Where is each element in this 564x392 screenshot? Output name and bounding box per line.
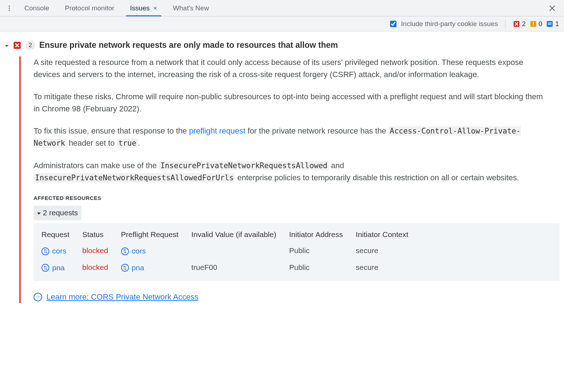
count-value: 1	[555, 20, 559, 28]
count-value: 2	[522, 20, 526, 28]
issue-title: Ensure private network requests are only…	[39, 40, 338, 50]
preflight-link[interactable]: ⇅pna	[121, 262, 144, 274]
tab-console[interactable]: Console	[16, 0, 57, 16]
network-icon: ⇅	[41, 264, 49, 272]
tab-issues[interactable]: Issues ×	[122, 0, 165, 16]
col-status: Status	[79, 227, 117, 243]
issue-paragraph: A site requested a resource from a netwo…	[34, 56, 544, 81]
network-icon: ⇅	[41, 247, 49, 255]
close-panel-button[interactable]	[544, 0, 560, 16]
status-cell: blocked	[82, 263, 108, 271]
tab-label: Protocol monitor	[65, 4, 114, 12]
requests-summary-toggle[interactable]: 2 requests	[34, 206, 81, 220]
severity-error-icon	[13, 41, 21, 50]
tab-whats-new[interactable]: What's New	[165, 0, 217, 16]
learn-more-link[interactable]: → Learn more: CORS Private Network Acces…	[34, 291, 198, 303]
request-link[interactable]: ⇅cors	[41, 245, 66, 257]
preflight-request-link[interactable]: preflight request	[189, 126, 245, 135]
table-row: ⇅cors blocked ⇅cors Public secure	[38, 242, 418, 259]
include-third-party-cookies-toggle[interactable]: Include third-party cookie issues	[389, 20, 498, 28]
code-policy-2: InsecurePrivateNetworkRequestsAllowedFor…	[34, 173, 235, 182]
invalid-cell	[188, 242, 286, 259]
svg-rect-8	[548, 22, 552, 23]
issue-paragraph: To mitigate these risks, Chrome will req…	[34, 91, 544, 115]
chevron-down-icon	[37, 212, 41, 215]
issue-count-badge: 2	[26, 41, 35, 50]
tab-label: What's New	[173, 4, 209, 12]
requests-summary-text: 2 requests	[43, 207, 78, 219]
chevron-down-icon[interactable]	[5, 45, 9, 47]
issue-paragraph: To fix this issue, ensure that response …	[34, 125, 544, 149]
status-cell: blocked	[82, 246, 108, 255]
count-value: 0	[539, 20, 543, 28]
svg-rect-6	[533, 25, 534, 26]
affected-resources-label: AFFECTED RESOURCES	[34, 194, 560, 202]
network-icon: ⇅	[121, 247, 129, 255]
checkbox-label: Include third-party cookie issues	[401, 20, 498, 28]
arrow-right-circle-icon: →	[34, 293, 42, 301]
issue-header-row[interactable]: 2 Ensure private network requests are on…	[5, 40, 560, 50]
tab-label: Console	[24, 4, 49, 12]
close-tab-icon[interactable]: ×	[153, 4, 157, 12]
tab-protocol-monitor[interactable]: Protocol monitor	[57, 0, 122, 16]
issue-counts: 2 0 1	[513, 20, 559, 28]
code-header-value: true	[117, 139, 138, 148]
col-request: Request	[38, 227, 79, 243]
request-link[interactable]: ⇅pna	[41, 262, 65, 274]
include-third-party-cookies-checkbox[interactable]	[390, 21, 396, 27]
more-menu-button[interactable]	[2, 0, 16, 16]
table-row: ⇅pna blocked ⇅pna trueF00 Public secure	[38, 259, 418, 276]
close-icon	[548, 4, 556, 12]
affected-requests-table: Request Status Preflight Request Invalid…	[34, 223, 560, 281]
issues-content[interactable]: 2 Ensure private network requests are on…	[0, 31, 564, 392]
svg-rect-9	[548, 24, 552, 25]
panel-tabbar: Console Protocol monitor Issues × What's…	[0, 0, 564, 16]
svg-point-0	[9, 5, 10, 6]
error-count[interactable]: 2	[513, 20, 526, 28]
tab-label: Issues	[130, 4, 150, 12]
initiator-context-cell: secure	[352, 242, 418, 259]
table-header-row: Request Status Preflight Request Invalid…	[38, 227, 418, 243]
col-initiator-address: Initiator Address	[285, 227, 352, 243]
issue-body: A site requested a resource from a netwo…	[19, 56, 560, 303]
col-preflight: Preflight Request	[118, 227, 188, 243]
more-vert-icon	[6, 5, 13, 12]
col-initiator-context: Initiator Context	[352, 227, 418, 243]
error-badge-icon	[513, 20, 520, 28]
issues-toolbar: Include third-party cookie issues 2 0	[0, 16, 564, 31]
initiator-address-cell: Public	[285, 242, 352, 259]
warning-count[interactable]: 0	[529, 20, 543, 28]
tabs: Console Protocol monitor Issues × What's…	[16, 0, 217, 16]
issue-paragraph: Administrators can make use of the Insec…	[34, 160, 544, 184]
svg-point-2	[9, 10, 10, 11]
warning-badge-icon	[529, 20, 537, 28]
network-icon: ⇅	[121, 264, 129, 272]
svg-rect-5	[533, 22, 534, 24]
initiator-address-cell: Public	[285, 259, 352, 276]
code-policy-1: InsecurePrivateNetworkRequestsAllowed	[159, 161, 329, 170]
initiator-context-cell: secure	[352, 259, 418, 276]
toolbar-separator	[505, 20, 505, 28]
col-invalid: Invalid Value (if available)	[188, 227, 286, 243]
svg-point-1	[9, 7, 10, 9]
info-count[interactable]: 1	[546, 20, 559, 28]
learn-more-text: Learn more: CORS Private Network Access	[46, 291, 198, 303]
info-badge-icon	[546, 20, 554, 28]
invalid-cell: trueF00	[188, 259, 286, 276]
preflight-link[interactable]: ⇅cors	[121, 245, 146, 257]
